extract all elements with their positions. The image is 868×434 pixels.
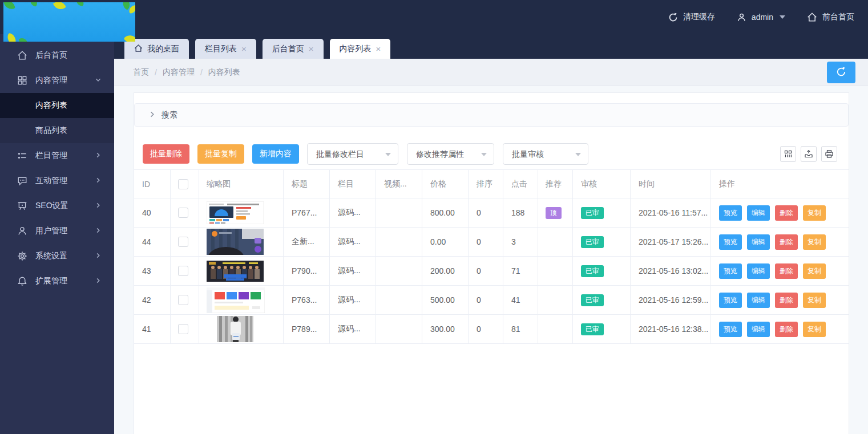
edit-button[interactable]: 编辑 — [747, 234, 770, 250]
delete-button[interactable]: 删除 — [775, 234, 798, 250]
preview-button[interactable]: 预览 — [719, 234, 742, 250]
edit-button[interactable]: 编辑 — [747, 263, 770, 279]
columns-icon[interactable] — [780, 146, 796, 162]
screen-icon — [17, 201, 27, 211]
add-content-button[interactable]: 新增内容 — [252, 144, 299, 164]
select-all-checkbox[interactable] — [178, 179, 188, 189]
chevron-right-icon — [95, 226, 102, 236]
refresh-page-button[interactable] — [827, 62, 855, 83]
copy-button[interactable]: 复制 — [803, 205, 826, 221]
thumbnail-image[interactable] — [207, 287, 265, 313]
cell-sort: 0 — [469, 228, 503, 256]
row-checkbox[interactable] — [178, 237, 188, 247]
chevron-down-icon — [780, 15, 785, 19]
clear-cache-button[interactable]: 清理缓存 — [668, 12, 715, 22]
row-checkbox[interactable] — [178, 295, 188, 305]
delete-button[interactable]: 删除 — [775, 205, 798, 221]
preview-button[interactable]: 预览 — [719, 205, 742, 221]
thumbnail-image[interactable] — [207, 201, 264, 224]
copy-button[interactable]: 复制 — [803, 322, 826, 337]
tab-label: 栏目列表 — [205, 44, 237, 54]
header-audit: 审核 — [573, 170, 631, 198]
batch-copy-button[interactable]: 批量复制 — [197, 144, 244, 164]
sidebar-item-interaction-mgmt[interactable]: 互动管理 — [0, 168, 114, 193]
edit-button[interactable]: 编辑 — [747, 293, 770, 308]
chevron-right-icon — [95, 201, 102, 210]
sidebar-item-goods-list[interactable]: 商品列表 — [0, 118, 114, 143]
list-icon — [17, 151, 27, 161]
cell-time: 2021-05-16 12:59... — [631, 286, 710, 314]
thumbnail-image[interactable] — [207, 261, 264, 282]
breadcrumb-item-content-mgmt[interactable]: 内容管理 — [163, 67, 195, 78]
row-checkbox[interactable] — [178, 208, 188, 218]
edit-button[interactable]: 编辑 — [747, 205, 770, 221]
clear-cache-label: 清理缓存 — [683, 12, 715, 22]
tab-label: 我的桌面 — [147, 44, 179, 54]
print-icon[interactable] — [821, 146, 837, 162]
sidebar-item-content-mgmt[interactable]: 内容管理 — [0, 68, 114, 93]
bell-icon — [17, 276, 27, 286]
row-checkbox[interactable] — [178, 266, 188, 276]
close-icon[interactable]: × — [309, 44, 314, 53]
sidebar-item-label: 后台首页 — [35, 50, 102, 60]
breadcrumb-item-home[interactable]: 首页 — [133, 67, 149, 78]
tab-column-list[interactable]: 栏目列表 × — [195, 39, 256, 59]
export-icon[interactable] — [801, 146, 817, 162]
sidebar-item-backend-home[interactable]: 后台首页 — [0, 43, 114, 68]
header-recommend: 推荐 — [538, 170, 573, 198]
table-row: 43 P790... 源码... 200.00 0 71 已审 2021-05-… — [134, 257, 849, 286]
copy-button[interactable]: 复制 — [803, 263, 826, 279]
cell-video — [376, 228, 422, 256]
header-ops: 操作 — [710, 170, 849, 198]
preview-button[interactable]: 预览 — [719, 263, 742, 279]
tab-backend-home[interactable]: 后台首页 × — [263, 39, 324, 59]
sidebar-item-label: 系统设置 — [35, 251, 95, 261]
sidebar-item-content-list[interactable]: 内容列表 — [0, 93, 114, 118]
header-time: 时间 — [631, 170, 710, 198]
sidebar-item-user-mgmt[interactable]: 用户管理 — [0, 218, 114, 244]
select-label: 批量修改栏目 — [316, 149, 364, 159]
cell-price: 200.00 — [422, 257, 469, 285]
search-collapse-header[interactable]: 搜索 — [134, 103, 849, 127]
sidebar-item-column-mgmt[interactable]: 栏目管理 — [0, 143, 114, 168]
change-recommend-select[interactable]: 修改推荐属性 — [407, 143, 494, 165]
thumbnail-image[interactable] — [207, 229, 264, 255]
delete-button[interactable]: 删除 — [775, 263, 798, 279]
user-menu[interactable]: admin — [737, 13, 785, 22]
select-label: 修改推荐属性 — [416, 149, 464, 159]
preview-button[interactable]: 预览 — [719, 293, 742, 308]
sidebar-item-label: 栏目管理 — [35, 151, 95, 161]
chevron-down-icon — [95, 76, 102, 85]
cell-clicks: 188 — [503, 198, 538, 227]
tab-my-desktop[interactable]: 我的桌面 — [124, 39, 189, 59]
sidebar-item-extension-mgmt[interactable]: 扩展管理 — [0, 269, 114, 294]
sidebar-item-seo-settings[interactable]: SEO设置 — [0, 193, 114, 218]
sidebar-item-label: SEO设置 — [35, 201, 95, 211]
sidebar-item-system-settings[interactable]: 系统设置 — [0, 244, 114, 269]
front-home-link[interactable]: 前台首页 — [807, 12, 854, 22]
cell-sort: 0 — [469, 257, 503, 285]
cell-id: 41 — [134, 315, 171, 343]
close-icon[interactable]: × — [376, 44, 381, 53]
header-video: 视频... — [376, 170, 422, 198]
chevron-down-icon — [385, 153, 391, 156]
thumbnail-image[interactable] — [217, 316, 253, 342]
edit-button[interactable]: 编辑 — [747, 322, 770, 337]
preview-button[interactable]: 预览 — [719, 322, 742, 337]
tab-content-list[interactable]: 内容列表 × — [330, 39, 391, 59]
cell-clicks: 41 — [503, 286, 538, 314]
tab-label: 后台首页 — [272, 44, 304, 54]
batch-audit-select[interactable]: 批量审核 — [503, 143, 588, 165]
copy-button[interactable]: 复制 — [803, 293, 826, 308]
cell-title: 全新... — [284, 228, 330, 256]
close-icon[interactable]: × — [241, 44, 247, 53]
delete-button[interactable]: 删除 — [775, 322, 798, 337]
copy-button[interactable]: 复制 — [803, 234, 826, 250]
chevron-down-icon — [575, 153, 581, 156]
batch-change-column-select[interactable]: 批量修改栏目 — [307, 143, 398, 165]
header-column: 栏目 — [330, 170, 376, 198]
header-id: ID — [134, 170, 171, 198]
row-checkbox[interactable] — [178, 324, 188, 334]
batch-delete-button[interactable]: 批量删除 — [143, 144, 189, 164]
delete-button[interactable]: 删除 — [775, 293, 798, 308]
